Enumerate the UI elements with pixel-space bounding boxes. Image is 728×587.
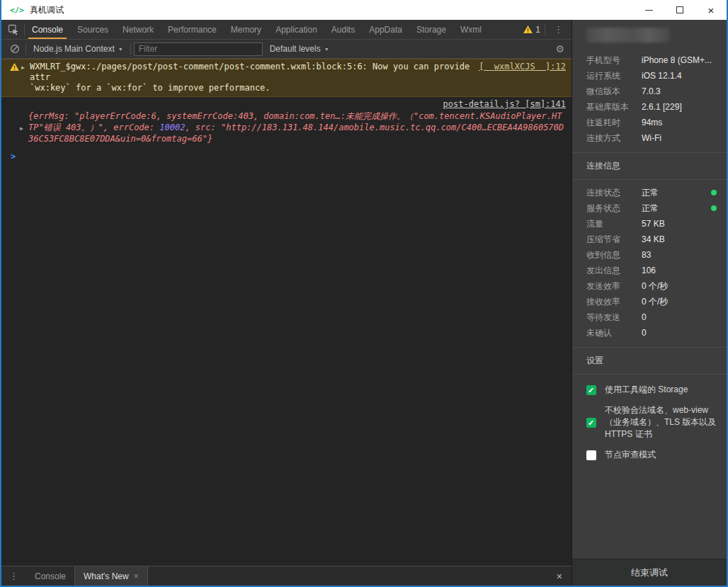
console-messages: ▶ [ wxmlXCJS ]:12 WXMLRT_$gwx:./pages/po… <box>1 59 571 566</box>
info-row-connection-type: 连接方式 Wi-Fi <box>572 130 727 146</box>
info-row-os: 运行系统 iOS 12.1.4 <box>572 68 727 84</box>
info-row-traffic: 流量 57 KB <box>572 216 727 232</box>
tab-sources[interactable]: Sources <box>70 20 115 39</box>
checkbox-node-inspect-mode[interactable] <box>586 450 596 460</box>
expand-triangle-icon[interactable]: ▶ <box>20 123 23 135</box>
info-row-unconfirmed: 未确认 0 <box>572 325 727 341</box>
info-value: 正常 <box>642 203 659 214</box>
drawer-tab-label: What's New <box>84 571 129 581</box>
console-error-message[interactable]: post-detail.js? [sm]:141 ▶ {errMsg: "pla… <box>1 97 571 147</box>
context-selector-label: Node.js Main Context <box>33 44 115 54</box>
setting-skip-domain-check: 不校验合法域名、web-view（业务域名）、TLS 版本以及 HTTPS 证书 <box>572 400 727 445</box>
maximize-icon <box>676 6 683 13</box>
expand-triangle-icon[interactable]: ▶ <box>21 62 25 73</box>
info-value: iOS 12.1.4 <box>642 70 682 81</box>
info-label: 接收效率 <box>586 296 642 307</box>
info-row-send-rate: 发送效率 0 个/秒 <box>572 278 727 294</box>
tab-memory[interactable]: Memory <box>224 20 268 39</box>
info-row-pending-send: 等待发送 0 <box>572 309 727 325</box>
tab-performance[interactable]: Performance <box>161 20 224 39</box>
info-value: 0 <box>642 327 647 338</box>
info-value: 106 <box>642 265 656 276</box>
info-value: 2.6.1 [229] <box>642 101 682 113</box>
console-toolbar: Node.js Main Context ▼ Default levels ▼ … <box>1 40 571 59</box>
console-warning-message[interactable]: ▶ [ wxmlXCJS ]:12 WXMLRT_$gwx:./pages/po… <box>1 59 571 97</box>
tab-close-icon[interactable]: × <box>134 571 139 581</box>
info-label: 发出信息 <box>586 265 642 276</box>
checkbox-label: 不校验合法域名、web-view（业务域名）、TLS 版本以及 HTTPS 证书 <box>605 404 717 440</box>
clear-console-icon <box>10 44 20 54</box>
log-levels-selector[interactable]: Default levels ▼ <box>263 44 336 54</box>
info-value: 0 <box>642 312 647 323</box>
minimize-icon <box>645 10 653 11</box>
drawer-tab-console[interactable]: Console <box>26 566 74 586</box>
end-debug-label: 结束调试 <box>631 566 668 579</box>
tab-label: Performance <box>168 25 217 35</box>
checkbox-label: 节点审查模式 <box>605 449 656 461</box>
info-label: 连接方式 <box>586 132 642 144</box>
info-value: 83 <box>642 249 651 261</box>
tab-label: Console <box>32 25 63 35</box>
info-row-connection-status: 连接状态 正常 <box>572 185 727 200</box>
info-value: 0 个/秒 <box>642 280 668 292</box>
tab-appdata[interactable]: AppData <box>362 20 409 39</box>
close-button[interactable]: × <box>695 0 727 20</box>
console-drawer: ⋮ Console What's New × × <box>1 566 571 586</box>
titlebar: </> 真机调试 × <box>1 0 727 20</box>
main-split: Console Sources Network Performance Memo… <box>1 20 727 586</box>
warning-triangle-icon <box>523 25 533 33</box>
minimize-button[interactable] <box>633 0 664 20</box>
drawer-tab-whats-new[interactable]: What's New × <box>74 566 148 586</box>
tab-storage[interactable]: Storage <box>409 20 453 39</box>
warning-count: 1 <box>535 25 540 35</box>
tab-network[interactable]: Network <box>115 20 161 39</box>
overflow-menu-icon[interactable]: ⋮ <box>550 24 567 35</box>
console-prompt[interactable]: > <box>1 147 571 161</box>
warning-source-link[interactable]: [ wxmlXCJS ]:12 <box>479 62 566 72</box>
tab-wxml[interactable]: Wxml <box>453 20 489 39</box>
device-info-panel: 手机型号 iPhone 8 (GSM+... 运行系统 iOS 12.1.4 微… <box>572 20 727 586</box>
info-row-base-lib-version: 基础库版本 2.6.1 [229] <box>572 99 727 115</box>
info-row-roundtrip-time: 往返耗时 94ms <box>572 115 727 130</box>
tab-label: Network <box>123 25 154 35</box>
tab-console[interactable]: Console <box>25 20 70 39</box>
info-row-phone-model: 手机型号 iPhone 8 (GSM+... <box>572 52 727 68</box>
setting-node-inspect-mode: 节点审查模式 <box>572 445 727 465</box>
error-source-link[interactable]: post-detail.js? [sm]:141 <box>443 99 566 109</box>
inspect-element-button[interactable] <box>1 24 24 35</box>
tab-application[interactable]: Application <box>268 20 324 39</box>
info-row-messages-sent: 发出信息 106 <box>572 263 727 278</box>
gear-icon[interactable]: ⚙ <box>548 43 571 55</box>
info-row-service-status: 服务状态 正常 <box>572 200 727 216</box>
drawer-menu-icon[interactable]: ⋮ <box>1 571 26 581</box>
status-dot-green <box>711 190 717 195</box>
close-icon: × <box>708 5 715 16</box>
warning-triangle-icon <box>10 63 19 71</box>
clear-console-button[interactable] <box>1 44 25 54</box>
filter-input[interactable] <box>134 42 263 56</box>
info-value: 94ms <box>642 117 662 128</box>
tabbar-right-controls: 1 ⋮ <box>523 24 571 35</box>
tab-label: Storage <box>416 25 446 35</box>
checkbox-skip-domain-check[interactable] <box>586 418 596 428</box>
info-value: Wi-Fi <box>642 132 661 144</box>
tab-label: Sources <box>77 25 108 35</box>
info-value: 0 个/秒 <box>642 296 668 307</box>
info-label: 服务状态 <box>586 203 642 214</box>
info-label: 压缩节省 <box>586 234 642 245</box>
inspect-cursor-icon <box>8 24 19 35</box>
status-dot-green <box>711 205 717 211</box>
context-selector[interactable]: Node.js Main Context ▼ <box>26 44 130 54</box>
info-label: 手机型号 <box>586 55 642 66</box>
tab-label: Application <box>275 25 317 35</box>
tab-audits[interactable]: Audits <box>324 20 362 39</box>
checkbox-use-tool-storage[interactable] <box>586 385 596 395</box>
log-levels-label: Default levels <box>270 44 321 54</box>
devtools-pane: Console Sources Network Performance Memo… <box>1 20 572 586</box>
info-value: 57 KB <box>642 218 665 229</box>
drawer-close-icon[interactable]: × <box>547 571 571 582</box>
end-debug-button[interactable]: 结束调试 <box>572 559 727 586</box>
warning-count-badge[interactable]: 1 <box>523 25 540 35</box>
drawer-tab-label: Console <box>35 571 66 581</box>
maximize-button[interactable] <box>664 0 695 20</box>
